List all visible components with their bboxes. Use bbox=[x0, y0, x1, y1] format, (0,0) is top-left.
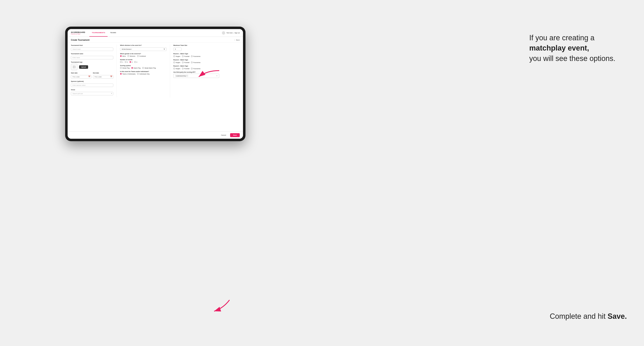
dates-group: Start date 📅 End date 📅 bbox=[71, 72, 113, 79]
end-date-group: End date 📅 bbox=[93, 72, 114, 79]
gender-womens-radio[interactable] bbox=[128, 55, 129, 57]
sign-out-link[interactable]: Sign out bbox=[234, 32, 240, 33]
gender-mens[interactable]: Mens bbox=[120, 55, 126, 57]
cancel-button[interactable]: Cancel bbox=[218, 133, 228, 137]
tournament-name-input[interactable] bbox=[71, 56, 113, 59]
round1-match-type: Round 1 - Match Type Singles Fourball bbox=[173, 53, 219, 57]
round-1-radio[interactable] bbox=[120, 61, 122, 63]
scoring-group: Scoring system Stroke Play Match Play bbox=[120, 65, 166, 69]
end-date-wrap: 📅 bbox=[93, 74, 114, 79]
max-team-size-label: Maximum Team Size bbox=[173, 45, 219, 46]
round2-options: Singles Fourball Foursomes bbox=[173, 62, 219, 63]
page-header: Create Tournament ← Back bbox=[68, 37, 243, 42]
start-date-label: Start date bbox=[71, 72, 92, 74]
rounds-label: Number of rounds bbox=[120, 59, 166, 60]
gender-combined[interactable]: Combined bbox=[137, 55, 146, 57]
teams-group: Is this event for Teams and/or Individua… bbox=[120, 71, 166, 75]
round3-singles[interactable]: Singles bbox=[173, 68, 180, 69]
round2-match-type: Round 2 - Match Type Singles Fourball bbox=[173, 59, 219, 63]
round1-singles-radio[interactable] bbox=[173, 55, 175, 57]
gender-mens-radio[interactable] bbox=[120, 55, 122, 57]
round3-singles-radio[interactable] bbox=[173, 68, 175, 69]
scoring-match-play[interactable]: Match Play bbox=[131, 67, 141, 69]
logo-area: SCOREBOARD Powered by clippit bbox=[71, 31, 85, 35]
avatar bbox=[222, 31, 225, 35]
round-3[interactable]: 3 bbox=[130, 61, 132, 63]
tournament-logo-group: Tournament logo Upload bbox=[71, 61, 113, 70]
round1-fourball-radio[interactable] bbox=[182, 55, 184, 57]
scoring-stroke-play[interactable]: Stroke Play bbox=[120, 67, 130, 69]
venue-chevron-icon: ▼ bbox=[111, 93, 112, 94]
annotation-bottom: Complete and hit Save. bbox=[550, 311, 632, 322]
tournament-host-input[interactable] bbox=[71, 47, 113, 51]
sponsor-input[interactable] bbox=[71, 83, 113, 87]
round1-singles[interactable]: Singles bbox=[173, 55, 180, 57]
round2-foursomes[interactable]: Foursomes bbox=[191, 62, 200, 63]
annotation-right: If you are creating a matchplay event, y… bbox=[529, 33, 632, 64]
round1-foursomes-radio[interactable] bbox=[191, 55, 192, 57]
medal-match-radio[interactable] bbox=[142, 67, 144, 69]
left-column: Tournament Host Tournament name Tourname… bbox=[71, 45, 117, 97]
round2-foursomes-radio[interactable] bbox=[191, 62, 192, 63]
tablet-screen: SCOREBOARD Powered by clippit TOURNAMENT… bbox=[68, 29, 243, 139]
scoring-radio-group: Stroke Play Match Play Medal Match Play bbox=[120, 67, 166, 69]
tablet-frame: SCOREBOARD Powered by clippit TOURNAMENT… bbox=[65, 27, 246, 141]
round-4-radio[interactable] bbox=[134, 61, 136, 63]
nav-tabs: TOURNAMENTS TEAMS bbox=[89, 29, 119, 37]
round-1[interactable]: 1 bbox=[120, 61, 123, 63]
tab-teams[interactable]: TEAMS bbox=[108, 29, 119, 37]
venue-group: Venue ▼ bbox=[71, 89, 113, 95]
sponsor-group: Sponsor (optional) bbox=[71, 81, 113, 87]
individuals-only[interactable]: Individuals Only bbox=[137, 73, 149, 75]
teams-label: Is this event for Teams and/or Individua… bbox=[120, 71, 166, 72]
main-content: Create Tournament ← Back Tournament Host… bbox=[68, 37, 243, 131]
round3-label: Round 3 - Match Type bbox=[173, 65, 219, 67]
round2-fourball[interactable]: Fourball bbox=[182, 62, 189, 63]
api-remove-icon[interactable]: × bbox=[186, 75, 188, 77]
round3-fourball-radio[interactable] bbox=[182, 68, 184, 69]
round3-foursomes-radio[interactable] bbox=[191, 68, 192, 69]
arrow-right-svg bbox=[197, 69, 221, 81]
rounds-group: Number of rounds 1 2 bbox=[120, 59, 166, 63]
save-button[interactable]: Save bbox=[230, 133, 240, 137]
round1-foursomes[interactable]: Foursomes bbox=[191, 55, 200, 57]
round2-singles-radio[interactable] bbox=[173, 62, 175, 63]
teams-radio[interactable] bbox=[120, 73, 122, 75]
round1-fourball[interactable]: Fourball bbox=[182, 55, 189, 57]
teams-plus-individuals[interactable]: Teams (+Individuals) bbox=[120, 73, 136, 75]
division-select[interactable]: NCAA Division I bbox=[120, 47, 166, 51]
middle-column: Which division is the event for? NCAA Di… bbox=[120, 45, 170, 97]
svg-point-1 bbox=[74, 66, 74, 67]
tournament-name-label: Tournament name bbox=[71, 53, 113, 54]
gender-womens[interactable]: Womens bbox=[128, 55, 136, 57]
round-2-radio[interactable] bbox=[125, 61, 126, 63]
scoring-medal-match[interactable]: Medal Match Play bbox=[142, 67, 156, 69]
upload-button[interactable]: Upload bbox=[79, 65, 88, 69]
round-4[interactable]: 4 bbox=[134, 61, 137, 63]
round1-options: Singles Fourball Foursomes bbox=[173, 55, 219, 57]
logo-text: SCOREBOARD bbox=[71, 31, 85, 33]
tournament-logo-label: Tournament logo bbox=[71, 61, 113, 63]
logo-sub: Powered by clippit bbox=[71, 33, 85, 35]
gender-combined-radio[interactable] bbox=[137, 55, 139, 57]
gender-group: Which gender is the event for? Mens Wome… bbox=[120, 53, 166, 57]
tab-tournaments[interactable]: TOURNAMENTS bbox=[89, 29, 108, 37]
max-team-size-group: Maximum Team Size bbox=[173, 45, 219, 51]
scoring-label: Scoring system bbox=[120, 65, 166, 66]
round-2[interactable]: 2 bbox=[125, 61, 128, 63]
sponsor-label: Sponsor (optional) bbox=[71, 81, 113, 82]
max-team-size-input[interactable] bbox=[173, 47, 182, 51]
back-button[interactable]: ← Back bbox=[234, 39, 240, 41]
round3-fourball[interactable]: Fourball bbox=[182, 68, 189, 69]
division-group: Which division is the event for? NCAA Di… bbox=[120, 45, 166, 51]
stroke-play-radio[interactable] bbox=[120, 67, 122, 69]
round2-fourball-radio[interactable] bbox=[182, 62, 184, 63]
top-nav: SCOREBOARD Powered by clippit TOURNAMENT… bbox=[68, 29, 243, 37]
tournament-name-group: Tournament name bbox=[71, 53, 113, 59]
match-play-radio[interactable] bbox=[131, 67, 133, 69]
division-label: Which division is the event for? bbox=[120, 45, 166, 46]
individuals-radio[interactable] bbox=[137, 73, 139, 75]
round-3-radio[interactable] bbox=[130, 61, 131, 63]
venue-input[interactable] bbox=[71, 92, 113, 95]
round2-singles[interactable]: Singles bbox=[173, 62, 180, 63]
